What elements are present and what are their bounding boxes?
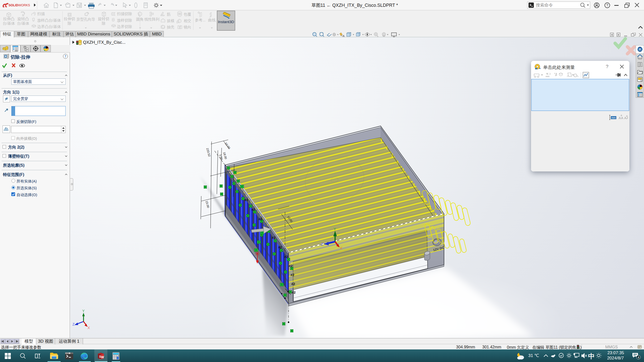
svg-text:#2: #2 — [291, 273, 294, 277]
svg-text:#2: #2 — [291, 282, 295, 286]
svg-text:mm: mm — [612, 116, 616, 119]
svg-text:#2: #2 — [284, 255, 288, 259]
svg-text:AA: AA — [619, 116, 623, 120]
svg-text:A: A — [343, 34, 345, 37]
svg-text:10.00: 10.00 — [224, 142, 231, 149]
svg-text:#2: #2 — [252, 208, 255, 211]
svg-text:Z: Z — [72, 322, 75, 326]
svg-text:#2: #2 — [278, 245, 282, 249]
svg-text:z: z — [556, 74, 557, 76]
svg-text:X: X — [340, 246, 342, 250]
svg-text:Y: Y — [82, 309, 85, 313]
svg-text:in: in — [546, 72, 548, 75]
svg-text:233.52: 233.52 — [206, 148, 211, 157]
svg-text:QXZH_ITX_By_Cisc...: QXZH_ITX_By_Cisc... — [83, 40, 126, 45]
svg-text:18.00: 18.00 — [223, 152, 227, 159]
svg-text:15.00: 15.00 — [205, 200, 210, 208]
svg-text:Y: Y — [334, 227, 336, 231]
svg-text:X: X — [88, 326, 90, 330]
svg-text:#2: #2 — [272, 236, 275, 240]
svg-text:#2: #2 — [289, 264, 293, 268]
svg-text:Z: Z — [321, 242, 323, 246]
svg-text:#2: #2 — [292, 291, 296, 294]
svg-text:#2: #2 — [259, 217, 262, 221]
svg-text:#2: #2 — [245, 198, 248, 202]
svg-text:1.50: 1.50 — [219, 154, 223, 160]
svg-text:mm: mm — [546, 75, 549, 78]
svg-text:AA: AA — [624, 116, 628, 120]
